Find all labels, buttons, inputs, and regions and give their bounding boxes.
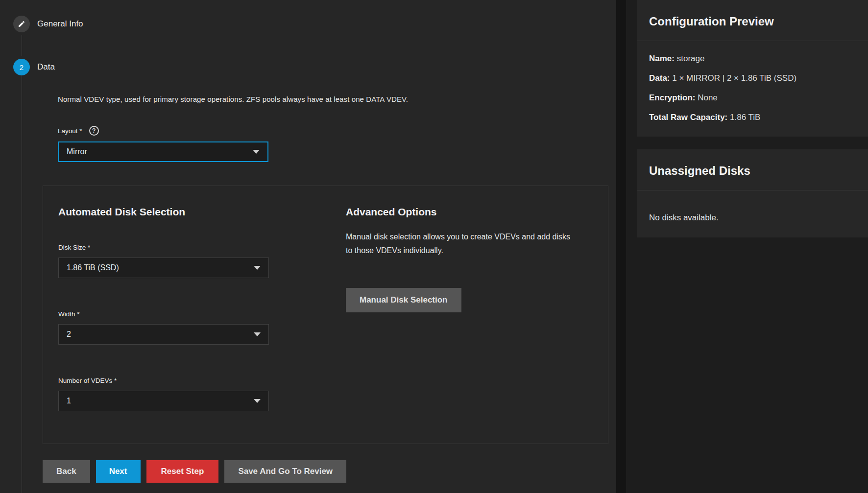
step-data-circle: 2	[13, 59, 30, 75]
number-of-vdevs-label: Number of VDEVs *	[58, 377, 117, 384]
unassigned-disks-body: No disks available.	[637, 190, 868, 237]
automated-disk-selection-title: Automated Disk Selection	[58, 206, 326, 218]
config-row-capacity-value: 1.86 TiB	[730, 113, 760, 122]
width-select[interactable]: 2	[58, 324, 269, 345]
disk-size-select-value: 1.86 TiB (SSD)	[67, 263, 119, 272]
next-button[interactable]: Next	[96, 460, 141, 483]
width-field: Width * 2	[58, 309, 326, 345]
wizard-step-area: General Info 2 Data Normal VDEV type, us…	[0, 0, 616, 493]
advanced-options-section: Advanced Options Manual disk selection a…	[326, 186, 608, 444]
layout-section: Normal VDEV type, used for primary stora…	[43, 95, 616, 162]
content-sidebar-divider	[616, 0, 626, 493]
configuration-preview-body: Name: storage Data: 1 × MIRROR | 2 × 1.8…	[637, 41, 868, 137]
pool-creation-wizard: General Info 2 Data Normal VDEV type, us…	[0, 0, 868, 493]
step-label-data: Data	[37, 62, 55, 72]
config-row-data-value: 1 × MIRROR | 2 × 1.86 TiB (SSD)	[672, 73, 796, 83]
help-icon[interactable]: ?	[89, 126, 99, 136]
chevron-down-icon	[254, 399, 261, 403]
config-row-name-label: Name:	[649, 54, 675, 63]
step-number: 2	[20, 63, 24, 71]
reset-step-button[interactable]: Reset Step	[146, 460, 219, 483]
edit-icon	[18, 20, 25, 28]
number-of-vdevs-field: Number of VDEVs * 1	[58, 376, 326, 411]
config-row-data-label: Data:	[649, 73, 670, 83]
unassigned-disks-title: Unassigned Disks	[649, 164, 856, 178]
config-row-encryption-value: None	[698, 93, 718, 102]
number-of-vdevs-select-value: 1	[67, 397, 71, 405]
save-and-go-to-review-button[interactable]: Save And Go To Review	[224, 460, 346, 483]
manual-disk-selection-button[interactable]: Manual Disk Selection	[346, 288, 461, 312]
layout-select-value: Mirror	[67, 147, 87, 156]
config-row-encryption-label: Encryption:	[649, 93, 695, 102]
vdev-description: Normal VDEV type, used for primary stora…	[58, 95, 616, 103]
step-label-general-info: General Info	[37, 19, 83, 29]
config-row-name: Name: storage	[649, 54, 856, 63]
no-disks-message: No disks available.	[649, 208, 856, 223]
disk-size-field: Disk Size * 1.86 TiB (SSD)	[58, 243, 326, 278]
step-data[interactable]: 2 Data	[13, 59, 616, 75]
config-row-capacity-label: Total Raw Capacity:	[649, 113, 727, 122]
back-button[interactable]: Back	[43, 460, 90, 483]
configuration-preview-card: Configuration Preview Name: storage Data…	[637, 0, 868, 137]
config-row-name-value: storage	[677, 54, 705, 63]
config-row-encryption: Encryption: None	[649, 93, 856, 102]
automated-disk-selection-section: Automated Disk Selection Disk Size * 1.8…	[43, 186, 326, 444]
configuration-preview-title: Configuration Preview	[649, 14, 856, 29]
layout-label: Layout *	[58, 127, 82, 135]
advanced-options-title: Advanced Options	[346, 206, 588, 218]
disk-size-label: Disk Size *	[58, 244, 90, 251]
disk-selection-panel: Automated Disk Selection Disk Size * 1.8…	[43, 186, 608, 444]
width-label: Width *	[58, 310, 80, 318]
step-data-content: Normal VDEV type, used for primary stora…	[22, 75, 616, 493]
layout-label-row: Layout * ?	[58, 126, 616, 136]
advanced-options-description: Manual disk selection allows you to crea…	[346, 230, 574, 258]
config-row-data: Data: 1 × MIRROR | 2 × 1.86 TiB (SSD)	[649, 73, 856, 83]
stepper-connector	[22, 35, 22, 56]
step-general-info-circle	[13, 16, 30, 32]
config-row-capacity: Total Raw Capacity: 1.86 TiB	[649, 113, 856, 122]
step-general-info[interactable]: General Info	[13, 16, 616, 32]
number-of-vdevs-select[interactable]: 1	[58, 391, 269, 411]
unassigned-disks-header: Unassigned Disks	[637, 149, 868, 190]
step-actions: Back Next Reset Step Save And Go To Revi…	[43, 460, 616, 483]
unassigned-disks-card: Unassigned Disks No disks available.	[637, 149, 868, 237]
chevron-down-icon	[254, 266, 261, 270]
chevron-down-icon	[253, 150, 260, 154]
sidebar: Configuration Preview Name: storage Data…	[626, 0, 868, 493]
chevron-down-icon	[254, 332, 261, 336]
disk-size-select[interactable]: 1.86 TiB (SSD)	[58, 258, 269, 278]
width-select-value: 2	[67, 330, 71, 339]
layout-select[interactable]: Mirror	[58, 141, 268, 162]
configuration-preview-header: Configuration Preview	[637, 0, 868, 41]
